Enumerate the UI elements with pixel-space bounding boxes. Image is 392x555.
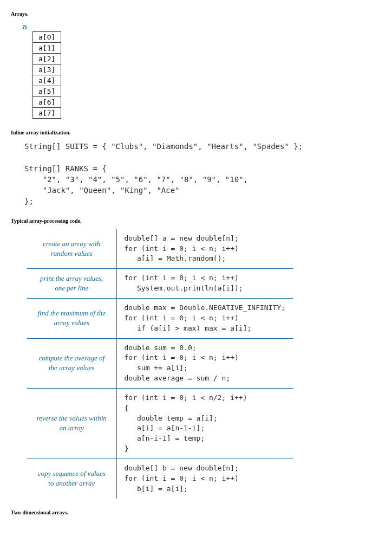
- inline-init-code: String[] SUITS = { "Clubs", "Diamonds", …: [24, 141, 381, 207]
- array-cells-table: a[0] a[1] a[2] a[3] a[4] a[5] a[6] a[7]: [32, 31, 61, 119]
- processing-code: for (int i = 0; i < n; i++) System.out.p…: [116, 269, 293, 299]
- processing-row: create an array with random values doubl…: [27, 229, 293, 269]
- processing-row: reverse the values within an array for (…: [27, 388, 293, 459]
- array-label: a: [22, 22, 381, 31]
- array-cell: a[1]: [33, 43, 61, 54]
- processing-code: for (int i = 0; i < n/2; i++) { double t…: [116, 388, 293, 459]
- processing-desc: copy sequence of values to another array: [27, 459, 116, 498]
- processing-desc: compute the average of the array values: [27, 338, 116, 388]
- processing-desc: find the maximum of the array values: [27, 299, 116, 339]
- processing-row: compute the average of the array values …: [27, 338, 293, 388]
- array-diagram: a a[0] a[1] a[2] a[3] a[4] a[5] a[6] a[7…: [22, 22, 381, 119]
- array-cell: a[7]: [33, 108, 61, 119]
- processing-desc: print the array values, one per line: [27, 269, 116, 299]
- array-cell: a[4]: [33, 75, 61, 86]
- processing-table: create an array with random values doubl…: [27, 229, 293, 499]
- heading-inline-init: Inline array initialization.: [11, 130, 381, 135]
- heading-two-d: Two-dimensional arrays.: [11, 509, 381, 515]
- processing-code: double sum = 0.0; for (int i = 0; i < n;…: [116, 338, 293, 388]
- array-cell: a[6]: [33, 97, 61, 108]
- processing-row: print the array values, one per line for…: [27, 269, 293, 299]
- processing-code: double[] a = new double[n]; for (int i =…: [116, 229, 293, 269]
- processing-code: double[] b = new double[n]; for (int i =…: [116, 459, 293, 498]
- processing-row: copy sequence of values to another array…: [27, 459, 293, 498]
- array-cell: a[5]: [33, 86, 61, 97]
- heading-arrays: Arrays.: [11, 11, 381, 17]
- processing-code: double max = Double.NEGATIVE_INFINITY; f…: [116, 299, 293, 339]
- heading-processing: Typical array-processing code.: [11, 218, 381, 224]
- array-cell: a[2]: [33, 54, 61, 64]
- processing-desc: create an array with random values: [27, 229, 116, 269]
- array-cell: a[3]: [33, 64, 61, 75]
- processing-desc: reverse the values within an array: [27, 388, 116, 459]
- array-cell: a[0]: [33, 32, 61, 43]
- processing-row: find the maximum of the array values dou…: [27, 299, 293, 339]
